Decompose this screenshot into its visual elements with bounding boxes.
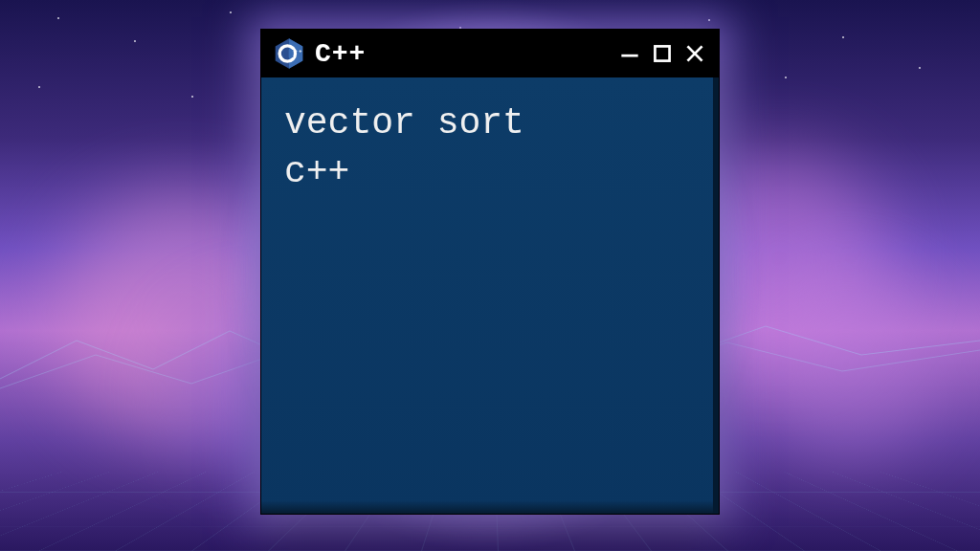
- window-title: C++: [315, 39, 608, 69]
- svg-rect-4: [283, 50, 288, 57]
- terminal-window: + + C++ vector sort c++: [260, 29, 720, 515]
- svg-rect-8: [655, 46, 669, 60]
- code-line: c++: [284, 147, 690, 196]
- terminal-content[interactable]: vector sort c++: [261, 77, 719, 514]
- minimize-button[interactable]: [617, 41, 642, 66]
- titlebar[interactable]: + + C++: [261, 30, 719, 77]
- svg-text:+: +: [299, 48, 301, 54]
- maximize-button[interactable]: [650, 41, 675, 66]
- close-button[interactable]: [682, 41, 707, 66]
- window-controls: [617, 41, 707, 66]
- svg-text:+: +: [294, 48, 297, 54]
- cpp-logo-icon: + +: [273, 37, 305, 70]
- code-line: vector sort: [284, 99, 690, 147]
